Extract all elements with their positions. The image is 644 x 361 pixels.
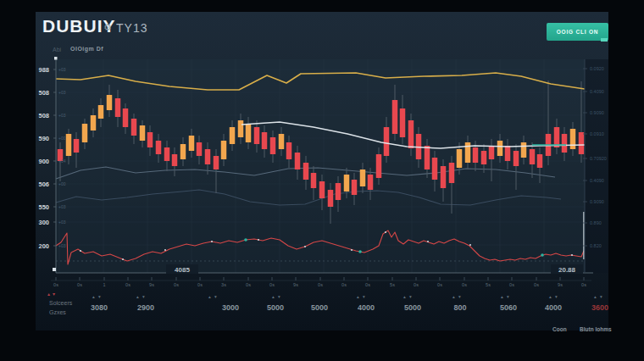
- left-axis-label: 550: [38, 203, 49, 211]
- footer-value: 5060: [500, 303, 517, 312]
- left-axis-label: 200: [38, 242, 49, 250]
- footer-arrow-down-icon: ▾: [458, 294, 461, 299]
- footer-left-line2: Gzxes: [49, 308, 72, 317]
- footer-arrow-down-icon: ▾: [363, 294, 365, 299]
- candle-body: [164, 147, 170, 161]
- x-axis-tick-label: 5s: [486, 282, 491, 287]
- sub-light-mark: [351, 249, 353, 251]
- bottom-right-label-2[interactable]: Blutn Iohms: [580, 326, 612, 332]
- candle-body: [570, 129, 576, 149]
- sub-light-mark: [164, 249, 166, 251]
- sub-light-mark: [385, 231, 386, 233]
- candle-body: [66, 134, 72, 156]
- x-axis-tick-label: 0s: [534, 282, 539, 287]
- x-axis-tick-label: 3s: [221, 282, 226, 287]
- candle-body: [344, 175, 350, 192]
- bottom-right-label-1[interactable]: Coon: [552, 326, 567, 332]
- candle-body: [537, 154, 543, 168]
- footer-arrow-up-icon: ▴: [452, 294, 455, 299]
- sub-light-mark: [80, 250, 81, 252]
- candle-body: [115, 98, 121, 117]
- candle-body: [481, 151, 487, 164]
- footer-value: 3000: [222, 303, 239, 312]
- candle-body: [262, 132, 268, 149]
- footer-arrow-up-icon: ▴: [403, 294, 406, 299]
- candle-body: [295, 153, 301, 169]
- candle-body: [197, 142, 203, 156]
- candle-body: [408, 120, 414, 148]
- x-axis-tick-label: 0s: [581, 282, 586, 287]
- confirm-button[interactable]: OOIG CLI ON: [547, 23, 608, 41]
- footer-arrow-up-icon: ▴: [136, 294, 139, 299]
- candle-body: [392, 100, 398, 134]
- sub-axis-value-label: 4085: [175, 266, 190, 274]
- footer-value: 5000: [311, 303, 328, 312]
- footer-arrow-down-icon: ▾: [278, 294, 280, 299]
- x-axis-tick-label: 0s: [462, 282, 467, 287]
- footer-arrow-up-icon: ▴: [272, 294, 275, 299]
- candle-body: [400, 108, 406, 137]
- red-sort-arrows-icon[interactable]: ▴▾: [47, 291, 58, 297]
- candle-body: [230, 127, 236, 144]
- candle-body: [91, 115, 97, 131]
- left-axis-label: 508: [38, 112, 49, 119]
- toolbar-label[interactable]: OlOigm Df: [70, 46, 103, 52]
- left-axis-sublabel: +03: [58, 219, 66, 225]
- left-axis-label: 590: [38, 135, 49, 142]
- candle-body: [425, 146, 430, 169]
- candle-body: [497, 141, 503, 156]
- footer-arrow-up-icon: ▴: [549, 294, 552, 299]
- right-axis-label: 0.9090: [590, 199, 604, 204]
- candle-body: [140, 125, 146, 141]
- footer-arrow-down-icon: ▾: [214, 294, 217, 299]
- footer-arrow-down-icon: ▾: [600, 294, 602, 299]
- sub-axis-value-label: 20.88: [558, 266, 576, 274]
- candle-body: [465, 142, 471, 163]
- footer-arrow-up-icon: ▴: [208, 294, 211, 299]
- footer-arrow-down-icon: ▾: [555, 294, 558, 299]
- sub-light-mark: [571, 254, 573, 256]
- sub-light-mark: [122, 258, 124, 260]
- footer-left-line1: Solceers: [49, 298, 72, 308]
- x-axis-tick-label: 1: [103, 282, 105, 287]
- gear-icon[interactable]: ⚙: [103, 22, 112, 33]
- sub-light-mark: [258, 239, 259, 241]
- x-axis-tick-label: 0s: [269, 282, 275, 287]
- candle-body: [189, 136, 195, 151]
- symbol-label: TY13: [116, 21, 147, 35]
- footer-arrow-up-icon: ▴: [501, 294, 503, 299]
- candle-body: [147, 132, 153, 147]
- x-axis-tick-label: 0s: [437, 282, 442, 287]
- x-axis-tick-label: 0s: [341, 282, 347, 287]
- candle-body: [156, 141, 162, 154]
- x-axis-tick-label: 0s: [197, 282, 203, 287]
- candle-body: [514, 151, 519, 166]
- x-axis-tick-label: 0s: [365, 282, 370, 287]
- footer-value: 2900: [137, 303, 154, 312]
- footer-arrow-up-icon: ▴: [594, 294, 597, 299]
- x-axis-tick-label: 9s: [149, 282, 154, 287]
- candle-body: [172, 154, 178, 166]
- candle-body: [489, 146, 495, 159]
- x-axis-tick-label: 9s: [293, 282, 298, 287]
- x-axis-tick-label: 0s: [414, 282, 419, 287]
- x-axis-tick-label: 0s: [174, 282, 179, 287]
- footer-arrow-down-icon: ▾: [409, 294, 412, 299]
- candle-body: [205, 149, 211, 164]
- candle-body: [303, 163, 309, 180]
- left-axis-sublabel: +03: [58, 243, 66, 248]
- x-axis-tick-label: 0s: [509, 282, 514, 287]
- candle-body: [98, 105, 104, 119]
- footer-arrow-down-icon: ▾: [142, 294, 145, 299]
- footer-value: 4000: [545, 303, 562, 312]
- x-axis-tick-label: 9s: [558, 282, 563, 287]
- axis-bottom-cap: [53, 268, 56, 271]
- candle-body: [131, 119, 137, 136]
- candle-body: [286, 142, 292, 159]
- left-axis-label: 900: [38, 158, 49, 165]
- sub-light-mark: [304, 246, 306, 247]
- sub-teal-dot: [358, 250, 362, 253]
- chart-svg[interactable]: 988+03508+03508+03590+00900+04506+00550+…: [0, 0, 644, 361]
- candle-body: [505, 146, 511, 161]
- left-axis-sublabel: +03: [58, 204, 66, 209]
